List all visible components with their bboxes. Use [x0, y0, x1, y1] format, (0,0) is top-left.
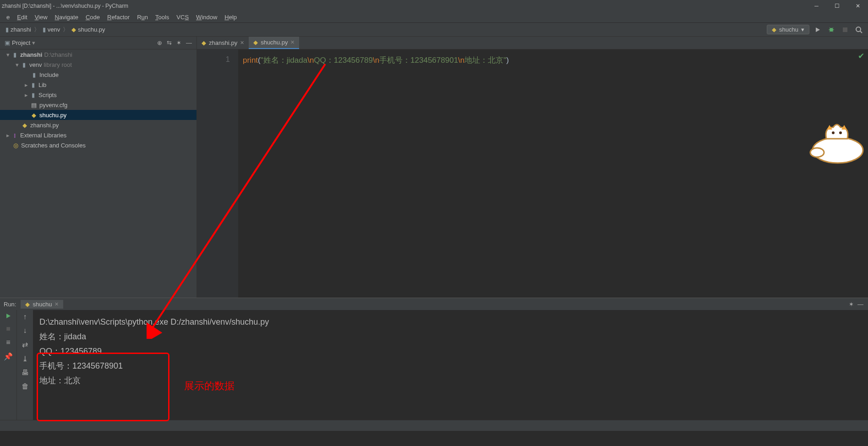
close-button[interactable]: ✕ [847, 0, 868, 12]
minimize-button[interactable]: ─ [806, 0, 827, 12]
breadcrumb-root-label: zhanshi [11, 26, 31, 33]
breadcrumb-file-label: shuchu.py [78, 26, 105, 33]
trash-icon[interactable]: 🗑 [22, 382, 29, 391]
close-icon[interactable]: ✕ [290, 39, 295, 45]
tree-label: Lib [38, 82, 46, 88]
wrap-icon[interactable]: ⇄ [22, 340, 28, 349]
maximize-button[interactable]: ☐ [827, 0, 847, 12]
python-icon: ◆ [253, 39, 258, 46]
chevron-down-icon[interactable]: ▾ [14, 61, 20, 68]
svg-point-5 [856, 27, 861, 32]
tree-node-external-libs[interactable]: ▸ ⫿ External Libraries [0, 130, 197, 140]
tree-node-pyvenv[interactable]: ▤ pyvenv.cfg [0, 100, 197, 110]
menu-refactor[interactable]: Refactor [104, 14, 133, 21]
search-everywhere-button[interactable] [853, 24, 864, 35]
chevron-right-icon[interactable]: ▸ [23, 92, 29, 98]
tree-label: zhanshi.py [30, 122, 59, 129]
breadcrumb-sep: 〉 [33, 26, 41, 34]
titlebar: zhanshi [D:\zhanshi] - ...\venv\shuchu.p… [0, 0, 868, 12]
run-config-selector[interactable]: ◆ shuchu ▾ [767, 25, 809, 34]
menu-file[interactable]: e [3, 14, 13, 21]
code-editor[interactable]: 1 print("姓名：jidada\nQQ：123456789\n手机号：12… [197, 49, 868, 298]
line-gutter: 1 [197, 49, 238, 298]
library-icon: ⫿ [11, 132, 18, 139]
folder-icon: ▮ [20, 61, 27, 68]
menu-help[interactable]: Help [221, 14, 240, 21]
breadcrumb-file[interactable]: ◆ shuchu.py [70, 26, 107, 33]
tree-node-scratches[interactable]: ◎ Scratches and Consoles [0, 140, 197, 150]
close-icon[interactable]: ✕ [55, 301, 59, 307]
status-bar [0, 420, 868, 431]
tree-label: pyvenv.cfg [39, 102, 67, 109]
gear-icon[interactable]: ✶ [176, 39, 181, 46]
code-line-1[interactable]: print("姓名：jidada\nQQ：123456789\n手机号：1234… [243, 55, 868, 65]
breadcrumb-venv-label: venv [48, 26, 60, 33]
folder-icon: ▮ [43, 26, 46, 33]
tree-node-zhanshi-py[interactable]: ◆ zhanshi.py [0, 120, 197, 130]
menu-code[interactable]: Code [82, 14, 104, 21]
inspection-ok-icon: ✔ [858, 51, 864, 61]
tree-label: zhanshi [20, 51, 42, 58]
project-panel-header: ▣ Project ▾ ⊕ ⇆ ✶ — [0, 37, 197, 49]
code-content[interactable]: print("姓名：jidada\nQQ：123456789\n手机号：1234… [238, 49, 868, 298]
hide-icon[interactable]: — [857, 301, 863, 308]
pin-icon[interactable]: 📌 [4, 352, 13, 361]
svg-rect-4 [843, 27, 847, 32]
tree-node-shuchu[interactable]: ◆ shuchu.py [0, 110, 197, 120]
tree-tag: library root [44, 61, 71, 68]
tree-node-root[interactable]: ▾ ▮ zhanshi D:\zhanshi [0, 49, 197, 60]
breadcrumb-venv[interactable]: ▮ venv [41, 26, 62, 33]
menu-view[interactable]: View [31, 14, 51, 21]
stop-button[interactable] [840, 24, 851, 35]
hide-icon[interactable]: — [186, 39, 192, 46]
gear-icon[interactable]: ✶ [849, 301, 854, 308]
chevron-down-icon[interactable]: ▾ [5, 51, 11, 58]
menu-run[interactable]: Run [133, 14, 152, 21]
menu-navigate[interactable]: Navigate [51, 14, 82, 21]
stop-button[interactable]: ■ [6, 325, 11, 333]
tab-zhanshi[interactable]: ◆ zhanshi.py ✕ [197, 37, 249, 49]
up-icon[interactable]: ↑ [23, 313, 27, 321]
run-toolbar-left2: ↑ ↓ ⇄ ⤓ 🖶 🗑 [16, 310, 33, 420]
tree-label: venv [29, 61, 42, 68]
paren-close: ) [506, 56, 509, 65]
run-toolbar-left: ■ ≡ 📌 [0, 310, 16, 420]
scroll-icon[interactable]: ⤓ [22, 354, 28, 363]
run-tab-label: shuchu [33, 301, 52, 308]
tree-node-scripts[interactable]: ▸ ▮ Scripts [0, 90, 197, 100]
tree-label: Include [39, 71, 59, 78]
run-label: Run: [4, 301, 16, 308]
rerun-button[interactable] [5, 313, 11, 319]
print-icon[interactable]: 🖶 [22, 369, 29, 377]
run-button[interactable] [812, 24, 823, 35]
menu-vcs[interactable]: VCS [173, 14, 192, 21]
layout-icon[interactable]: ≡ [6, 338, 10, 347]
editor-area: ◆ zhanshi.py ✕ ◆ shuchu.py ✕ 1 print("姓名… [197, 37, 868, 298]
tree-node-include[interactable]: ▮ Include [0, 70, 197, 80]
tab-shuchu[interactable]: ◆ shuchu.py ✕ [249, 37, 299, 49]
chevron-right-icon[interactable]: ▸ [5, 132, 11, 139]
tree-node-lib[interactable]: ▸ ▮ Lib [0, 80, 197, 90]
menubar: e Edit View Navigate Code Refactor Run T… [0, 12, 868, 23]
close-icon[interactable]: ✕ [240, 40, 244, 46]
python-icon: ◆ [21, 122, 28, 129]
locate-icon[interactable]: ⊕ [157, 39, 162, 46]
folder-icon: ▮ [29, 82, 37, 88]
expand-icon[interactable]: ⇆ [167, 39, 172, 46]
chevron-down-icon[interactable]: ▾ [32, 39, 35, 46]
menu-window[interactable]: Window [192, 14, 221, 21]
down-icon[interactable]: ↓ [23, 326, 27, 335]
tree-node-venv[interactable]: ▾ ▮ venv library root [0, 60, 197, 70]
escape-seq: \n [373, 56, 379, 65]
menu-edit[interactable]: Edit [13, 14, 31, 21]
debug-button[interactable] [826, 24, 837, 35]
window-title: zhanshi [D:\zhanshi] - ...\venv\shuchu.p… [2, 3, 128, 9]
breadcrumb-root[interactable]: ▮ zhanshi [4, 26, 33, 33]
editor-tabs: ◆ zhanshi.py ✕ ◆ shuchu.py ✕ [197, 37, 868, 49]
chevron-right-icon[interactable]: ▸ [23, 82, 29, 88]
menu-tools[interactable]: Tools [152, 14, 173, 21]
project-tree[interactable]: ▾ ▮ zhanshi D:\zhanshi ▾ ▮ venv library … [0, 49, 197, 298]
python-icon: ◆ [30, 112, 38, 119]
run-tab[interactable]: ◆ shuchu ✕ [21, 300, 63, 309]
project-panel-title: Project [12, 39, 30, 46]
